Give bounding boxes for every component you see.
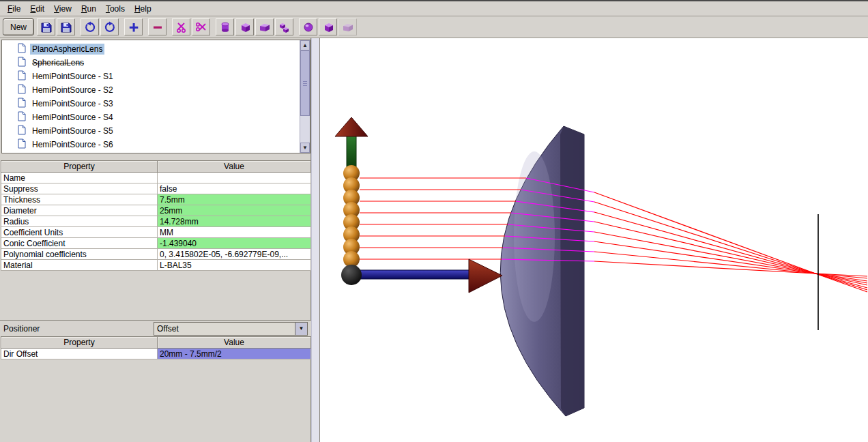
positioner-property-table: Property Value Dir Offset20mm - 7.5mm/2 <box>1 336 311 359</box>
menu-view[interactable]: View <box>49 2 76 16</box>
plus-icon <box>128 21 140 33</box>
cube-icon <box>239 21 251 33</box>
shape-cube-button[interactable] <box>235 18 254 35</box>
property-value-cell[interactable]: false <box>158 183 311 194</box>
property-value-cell[interactable]: 7.5mm <box>158 194 311 205</box>
shape-sphere-button[interactable] <box>299 18 317 35</box>
shape-cube2-button[interactable] <box>319 18 337 35</box>
scissors-vertical-icon <box>195 21 207 33</box>
scroll-thumb[interactable] <box>300 50 310 116</box>
box-icon <box>342 21 354 33</box>
floppy-icon <box>40 21 53 33</box>
shape-box-button[interactable] <box>255 18 274 35</box>
shape-cubes-button[interactable] <box>275 18 293 35</box>
property-value-cell[interactable]: L-BAL35 <box>158 260 311 271</box>
value-column-header: Value <box>158 337 311 349</box>
cylinder-icon <box>219 21 231 33</box>
cube-icon <box>322 21 334 33</box>
tree-item-hemipointsource-s1[interactable]: HemiPointSource - S1 <box>2 70 300 83</box>
shape-cylinder-button[interactable] <box>216 18 234 35</box>
tree-item-hemipointsource-s3[interactable]: HemiPointSource - S3 <box>2 97 300 110</box>
add-button[interactable] <box>124 18 143 35</box>
table-row: Conic Coefficient-1.439040 <box>1 238 311 249</box>
positioner-section: Positioner Offset ▼ <box>0 320 311 336</box>
positioner-dropdown-value: Offset <box>154 323 295 335</box>
source-widget[interactable] <box>335 117 502 293</box>
table-row: Suppressfalse <box>1 183 311 194</box>
document-icon <box>18 84 26 96</box>
sphere-icon <box>302 21 315 33</box>
left-panel: PlanoAsphericLensSphericalLensHemiPointS… <box>0 38 311 442</box>
tree-item-label: HemiPointSource - S3 <box>30 98 115 109</box>
floppy-icon <box>60 21 72 33</box>
scroll-down-button[interactable]: ▼ <box>300 143 310 153</box>
save-button[interactable] <box>37 18 55 35</box>
property-value-cell[interactable]: 14.728mm <box>158 216 311 227</box>
positioner-label: Positioner <box>0 324 154 334</box>
axis-right-shaft <box>357 270 470 279</box>
property-name-cell: Name <box>1 173 158 183</box>
source-origin-sphere <box>341 265 362 285</box>
tree-item-hemipointsource-s5[interactable]: HemiPointSource - S5 <box>2 124 300 138</box>
save-as-button[interactable] <box>57 18 75 35</box>
property-column-header: Property <box>1 161 158 173</box>
menu-tools[interactable]: Tools <box>101 2 130 16</box>
document-icon <box>18 138 26 151</box>
table-row: MaterialL-BAL35 <box>1 260 311 271</box>
tree-item-label: HemiPointSource - S5 <box>30 126 115 136</box>
property-name-cell: Material <box>1 260 158 271</box>
panel-splitter[interactable] <box>311 38 320 442</box>
property-name-cell: Diameter <box>1 205 158 216</box>
tree-item-hemipointsource-s4[interactable]: HemiPointSource - S4 <box>2 110 300 124</box>
scene-tree: PlanoAsphericLensSphericalLensHemiPointS… <box>2 40 300 153</box>
positioner-dropdown[interactable]: Offset ▼ <box>154 322 308 336</box>
rotate-cw-button[interactable] <box>100 18 119 35</box>
cut-button[interactable] <box>172 18 190 35</box>
tree-item-label: HemiPointSource - S2 <box>30 85 115 95</box>
chevron-down-icon[interactable]: ▼ <box>295 323 307 335</box>
menu-help[interactable]: Help <box>130 2 156 16</box>
rotate-cw-icon <box>104 21 116 33</box>
tree-item-hemipointsource-s6[interactable]: HemiPointSource - S6 <box>2 138 300 151</box>
document-icon <box>18 111 26 123</box>
property-value-cell[interactable]: 25mm <box>158 205 311 216</box>
property-name-cell: Radius <box>1 216 158 227</box>
shape-box2-button[interactable] <box>338 18 357 35</box>
minus-icon <box>151 21 164 33</box>
property-value-cell[interactable]: MM <box>158 227 311 238</box>
toolbar: New <box>0 16 868 38</box>
property-value-cell[interactable]: -1.439040 <box>158 238 311 249</box>
property-name-cell: Dir Offset <box>1 349 158 359</box>
rotate-ccw-icon <box>84 21 96 33</box>
table-row: Coefficient UnitsMM <box>1 227 311 238</box>
scroll-up-button[interactable]: ▲ <box>300 40 310 50</box>
tree-item-planoasphericlens[interactable]: PlanoAsphericLens <box>2 42 300 56</box>
remove-button[interactable] <box>148 18 167 35</box>
property-value-cell[interactable]: 20mm - 7.5mm/2 <box>158 349 311 359</box>
property-name-cell: Conic Coefficient <box>1 238 158 249</box>
box-icon <box>259 21 271 33</box>
cubes-icon <box>278 21 291 33</box>
property-value-cell[interactable] <box>158 173 311 183</box>
tree-item-hemipointsource-s2[interactable]: HemiPointSource - S2 <box>2 83 300 97</box>
property-value-cell[interactable]: 0, 3.415802E-05, -6.692779E-09,... <box>158 249 311 260</box>
scissors-icon <box>175 21 188 33</box>
cut-vertical-button[interactable] <box>192 18 210 35</box>
new-button[interactable]: New <box>3 18 34 35</box>
property-name-cell: Coefficient Units <box>1 227 158 238</box>
table-row: Thickness7.5mm <box>1 194 311 205</box>
viewport-3d[interactable] <box>320 38 868 442</box>
menu-run[interactable]: Run <box>76 2 101 16</box>
tree-item-label: SphericalLens <box>30 57 86 68</box>
axis-right-arrowhead <box>469 259 502 293</box>
rotate-ccw-button[interactable] <box>81 18 99 35</box>
tree-item-sphericallens[interactable]: SphericalLens <box>2 56 300 70</box>
tree-scrollbar[interactable]: ▲ ▼ <box>300 40 310 153</box>
menu-file[interactable]: File <box>3 2 25 16</box>
document-icon <box>18 70 26 83</box>
property-name-cell: Thickness <box>1 194 158 205</box>
lens-solid[interactable] <box>500 126 584 416</box>
property-table: Property Value NameSuppressfalseThicknes… <box>1 160 311 271</box>
tree-item-label: PlanoAsphericLens <box>30 44 104 55</box>
menu-edit[interactable]: Edit <box>25 2 49 16</box>
